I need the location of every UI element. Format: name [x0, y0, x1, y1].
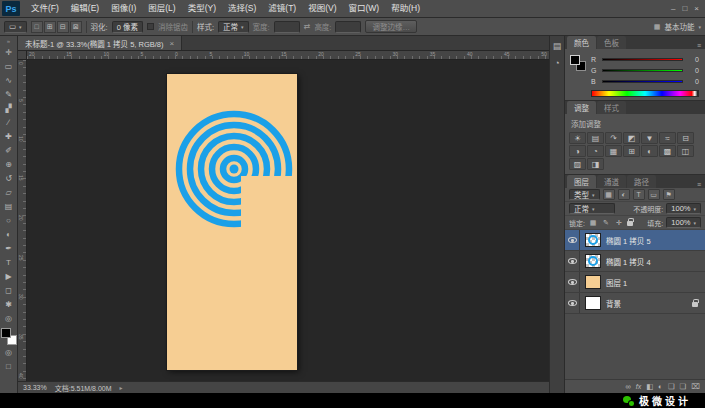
properties-panel-icon[interactable]: ◔ — [554, 58, 559, 68]
hue-saturation-icon[interactable]: ≈ — [659, 132, 676, 144]
shape-tool[interactable]: ◻ — [0, 283, 17, 297]
tab-swatches[interactable]: 色板 — [597, 36, 626, 49]
red-slider[interactable] — [602, 58, 683, 61]
tab-styles[interactable]: 样式 — [597, 101, 626, 114]
height-input[interactable] — [335, 21, 361, 33]
brightness-contrast-icon[interactable]: ☀ — [569, 132, 586, 144]
layer-row-ellipse-copy-4[interactable]: 椭圆 1 拷贝 4 — [565, 251, 705, 272]
menu-help[interactable]: 帮助(H) — [385, 0, 426, 17]
subtract-selection-icon[interactable]: ⊟ — [57, 21, 69, 33]
layer-row-ellipse-copy-5[interactable]: 椭圆 1 拷贝 5 — [565, 230, 705, 251]
filter-toggle-icon[interactable]: ⚑ — [663, 189, 675, 200]
opacity-dropdown[interactable]: 100% ▾ — [666, 203, 701, 214]
vibrance-icon[interactable]: ▼ — [641, 132, 658, 144]
type-tool[interactable]: T — [0, 255, 17, 269]
tab-channels[interactable]: 通道 — [597, 175, 626, 188]
blue-slider[interactable] — [602, 80, 683, 83]
filter-type-layers-icon[interactable]: T — [633, 189, 645, 200]
dodge-tool[interactable]: ◐ — [0, 227, 17, 241]
clone-stamp-tool[interactable]: ⊕ — [0, 157, 17, 171]
style-dropdown[interactable]: 正常 ▾ — [218, 21, 249, 33]
visibility-cell[interactable] — [565, 293, 580, 313]
menu-edit[interactable]: 编辑(E) — [65, 0, 105, 17]
menu-type[interactable]: 类型(Y) — [182, 0, 222, 17]
layer-thumbnail[interactable] — [585, 233, 601, 247]
photo-filter-icon[interactable]: ◔ — [587, 145, 604, 157]
menu-view[interactable]: 视图(V) — [302, 0, 342, 17]
visibility-cell[interactable] — [565, 272, 580, 292]
gradient-map-icon[interactable]: ▨ — [569, 158, 586, 170]
quick-mask-icon[interactable]: ◎ — [0, 345, 17, 359]
exposure-icon[interactable]: ◩ — [623, 132, 640, 144]
ruler-origin[interactable] — [18, 51, 27, 60]
menu-image[interactable]: 图像(I) — [105, 0, 142, 17]
selective-color-icon[interactable]: ◨ — [587, 158, 604, 170]
menu-filter[interactable]: 滤镜(T) — [262, 0, 302, 17]
layer-row-background[interactable]: 背景 — [565, 293, 705, 314]
document-canvas[interactable] — [167, 74, 297, 370]
swap-dimensions-icon[interactable]: ⇄ — [304, 22, 311, 31]
panel-menu-icon[interactable]: ≡ — [697, 181, 705, 188]
blur-tool[interactable]: ○ — [0, 213, 17, 227]
hand-tool[interactable]: ✱ — [0, 297, 17, 311]
filter-pixel-layers-icon[interactable]: ▦ — [603, 189, 615, 200]
add-layer-mask-icon[interactable]: ◧ — [646, 382, 653, 391]
zoom-tool[interactable]: ◎ — [0, 311, 17, 325]
width-input[interactable] — [274, 21, 300, 33]
toolbar-collapse-icon[interactable]: » — [7, 37, 10, 45]
horizontal-ruler[interactable]: 201510 505 101520 253035 404550 — [27, 51, 549, 60]
pen-tool[interactable]: ✒ — [0, 241, 17, 255]
panel-menu-icon[interactable]: ≡ — [697, 42, 705, 49]
channel-mixer-icon[interactable]: ▦ — [605, 145, 622, 157]
threshold-icon[interactable]: ◫ — [677, 145, 694, 157]
invert-icon[interactable]: ◐ — [641, 145, 658, 157]
antialias-checkbox[interactable] — [147, 23, 154, 30]
foreground-color-swatch[interactable] — [1, 328, 11, 338]
color-swatches[interactable] — [1, 328, 17, 345]
layer-thumbnail[interactable] — [585, 275, 601, 289]
minimize-button[interactable]: – — [671, 4, 675, 13]
blue-value[interactable]: 0 — [687, 78, 699, 85]
filter-shape-layers-icon[interactable]: ▭ — [648, 189, 660, 200]
menu-layer[interactable]: 图层(L) — [142, 0, 181, 17]
color-balance-icon[interactable]: ⊟ — [677, 132, 694, 144]
visibility-cell[interactable] — [565, 230, 580, 250]
panel-color-swatches[interactable] — [570, 55, 586, 71]
document-tab[interactable]: 未标题-1 @ 33.3%(椭圆 1 拷贝 5, RGB/8) × — [18, 36, 182, 50]
visibility-cell[interactable] — [565, 251, 580, 271]
delete-layer-icon[interactable]: ⌧ — [691, 382, 700, 391]
tab-adjustments[interactable]: 调整 — [567, 101, 596, 114]
feather-input[interactable]: 0 像素 — [112, 21, 143, 33]
lock-image-pixels-icon[interactable]: ✎ — [601, 218, 611, 228]
link-layers-icon[interactable]: ∞ — [625, 382, 630, 391]
foreground-color-swatch[interactable] — [570, 55, 580, 65]
new-group-icon[interactable]: ❑ — [668, 382, 675, 391]
menu-file[interactable]: 文件(F) — [25, 0, 65, 17]
menu-select[interactable]: 选择(S) — [222, 0, 262, 17]
red-value[interactable]: 0 — [687, 56, 699, 63]
green-value[interactable]: 0 — [687, 67, 699, 74]
vertical-ruler[interactable]: 0510 152025 303540 — [18, 60, 27, 381]
tab-close-icon[interactable]: × — [169, 39, 174, 48]
blend-mode-dropdown[interactable]: 正常 ▾ — [569, 203, 615, 214]
zoom-level-field[interactable]: 33.33% — [23, 384, 47, 391]
layer-thumbnail[interactable] — [585, 296, 601, 310]
new-layer-icon[interactable]: ❏ — [680, 382, 687, 391]
layer-effects-icon[interactable]: fx — [636, 383, 641, 390]
gradient-tool[interactable]: ▤ — [0, 199, 17, 213]
rectangular-marquee-tool[interactable]: ▭ — [0, 59, 17, 73]
color-spectrum-bar[interactable] — [591, 90, 699, 97]
layer-thumbnail[interactable] — [585, 254, 601, 268]
close-button[interactable]: × — [694, 4, 699, 13]
history-brush-tool[interactable]: ↺ — [0, 171, 17, 185]
add-selection-icon[interactable]: ⊞ — [44, 21, 56, 33]
brush-tool[interactable]: ✐ — [0, 143, 17, 157]
workspace-switcher[interactable]: 基本功能 — [664, 21, 694, 32]
crop-tool[interactable]: ▞ — [0, 101, 17, 115]
refine-edge-button[interactable]: 调整边缘… — [365, 20, 417, 33]
color-lookup-icon[interactable]: ⊞ — [623, 145, 640, 157]
lock-all-icon[interactable] — [627, 221, 633, 226]
path-selection-tool[interactable]: ▶ — [0, 269, 17, 283]
new-adjustment-layer-icon[interactable]: ◐ — [658, 382, 663, 391]
tab-color[interactable]: 颜色 — [567, 36, 596, 49]
